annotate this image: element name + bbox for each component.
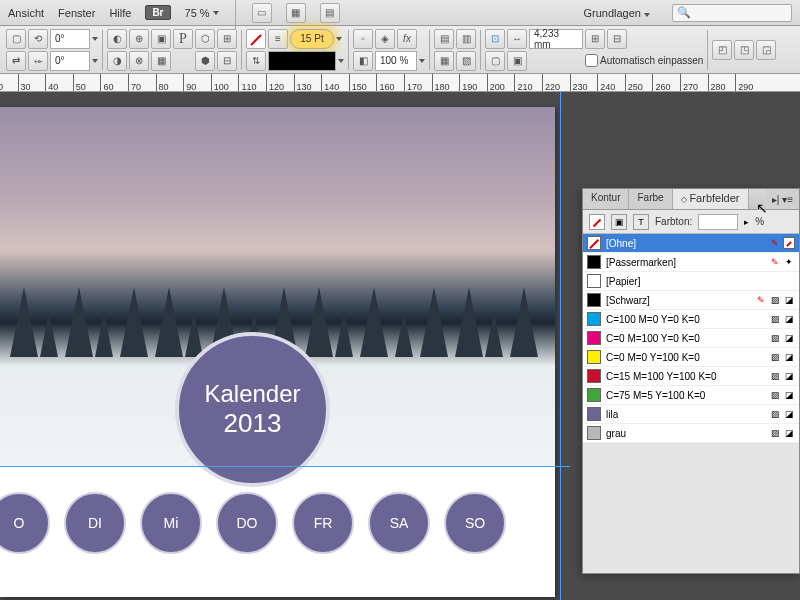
stroke-weight-icon[interactable]: ≡ xyxy=(268,29,288,49)
swatch-name: C=75 M=5 Y=100 K=0 xyxy=(606,390,764,401)
menu-ansicht[interactable]: Ansicht xyxy=(8,7,44,19)
t7-icon[interactable]: ⬡ xyxy=(195,29,215,49)
swatch-chip xyxy=(587,293,601,307)
swatch-row[interactable]: [Passermarken]✎✦ xyxy=(583,253,799,272)
tab-farbe[interactable]: Farbe xyxy=(629,189,672,209)
swap-icon[interactable]: ⇅ xyxy=(246,51,266,71)
fill-stroke-icon[interactable] xyxy=(589,214,605,230)
angle2-field[interactable]: 0° xyxy=(50,51,90,71)
ref-point-icon[interactable]: ▢ xyxy=(6,29,26,49)
c1-icon[interactable]: ⊞ xyxy=(585,29,605,49)
day-row: ODIMiDOFRSASO xyxy=(0,492,506,554)
tab-farbfelder[interactable]: ◇ Farbfelder xyxy=(673,189,749,209)
search-input[interactable]: 🔍 xyxy=(672,4,792,22)
swatch-name: lila xyxy=(606,409,764,420)
t9-icon[interactable]: ⬢ xyxy=(195,51,215,71)
paragraph-icon[interactable]: P xyxy=(173,29,193,49)
guide-horizontal[interactable] xyxy=(0,466,570,467)
cmyk-icon: ◪ xyxy=(783,294,795,306)
menu-fenster[interactable]: Fenster xyxy=(58,7,95,19)
corner3-icon[interactable]: ◲ xyxy=(756,40,776,60)
fx2-icon[interactable]: ◈ xyxy=(375,29,395,49)
zoom-dropdown[interactable]: 75 % xyxy=(185,7,219,19)
crop-icon[interactable]: ⊡ xyxy=(485,29,505,49)
swatch-list[interactable]: [Ohne]✎[Passermarken]✎✦[Papier][Schwarz]… xyxy=(583,234,799,443)
swatch-row[interactable]: C=15 M=100 Y=100 K=0▨◪ xyxy=(583,367,799,386)
fit1-icon[interactable]: ▢ xyxy=(485,51,505,71)
fx1-icon[interactable]: ▫ xyxy=(353,29,373,49)
day-circle[interactable]: DO xyxy=(216,492,278,554)
flip-icon[interactable]: ⇄ xyxy=(6,51,26,71)
width-field[interactable]: 4,233 mm xyxy=(529,29,583,49)
document-page[interactable]: Kalender 2013 ODIMiDOFRSASO xyxy=(0,107,555,597)
day-circle[interactable]: SA xyxy=(368,492,430,554)
swatch-name: C=100 M=0 Y=0 K=0 xyxy=(606,314,764,325)
swatch-row[interactable]: [Schwarz]✎▨◪ xyxy=(583,291,799,310)
title-line2: 2013 xyxy=(224,408,282,439)
fill-none-icon[interactable] xyxy=(246,29,266,49)
workspace-dropdown[interactable]: Grundlagen xyxy=(583,7,650,19)
wrap4-icon[interactable]: ▧ xyxy=(456,51,476,71)
swatch-row[interactable]: C=100 M=0 Y=0 K=0▨◪ xyxy=(583,310,799,329)
t10-icon[interactable]: ⊟ xyxy=(217,51,237,71)
swatch-row[interactable]: grau▨◪ xyxy=(583,424,799,443)
view-options-icon[interactable]: ▦ xyxy=(286,3,306,23)
day-circle[interactable]: FR xyxy=(292,492,354,554)
t6-icon[interactable]: ▦ xyxy=(151,51,171,71)
autofit-checkbox[interactable] xyxy=(585,54,598,67)
corner1-icon[interactable]: ◰ xyxy=(712,40,732,60)
tint-field[interactable] xyxy=(698,214,738,230)
noedit-icon: ✎ xyxy=(769,256,781,268)
guide-vertical[interactable] xyxy=(560,92,561,600)
swatch-row[interactable]: C=0 M=100 Y=0 K=0▨◪ xyxy=(583,329,799,348)
container-icon[interactable]: ▣ xyxy=(611,214,627,230)
bridge-button[interactable]: Br xyxy=(145,5,170,20)
t3-icon[interactable]: ▣ xyxy=(151,29,171,49)
opacity-field[interactable]: 100 % xyxy=(375,51,417,71)
corner2-icon[interactable]: ◳ xyxy=(734,40,754,60)
wrap2-icon[interactable]: ▥ xyxy=(456,29,476,49)
tab-kontur[interactable]: Kontur xyxy=(583,189,629,209)
title-circle[interactable]: Kalender 2013 xyxy=(175,332,330,487)
none-icon xyxy=(783,237,795,249)
wrap3-icon[interactable]: ▦ xyxy=(434,51,454,71)
day-circle[interactable]: SO xyxy=(444,492,506,554)
fx-icon[interactable]: fx xyxy=(397,29,417,49)
t1-icon[interactable]: ◐ xyxy=(107,29,127,49)
day-circle[interactable]: O xyxy=(0,492,50,554)
t4-icon[interactable]: ◑ xyxy=(107,51,127,71)
screen-mode-icon[interactable]: ▭ xyxy=(252,3,272,23)
rotate-icon[interactable]: ⟲ xyxy=(28,29,48,49)
swatch-row[interactable]: [Papier] xyxy=(583,272,799,291)
horizontal-ruler[interactable]: 2030405060708090100110120130140150160170… xyxy=(0,74,800,92)
t2-icon[interactable]: ⊕ xyxy=(129,29,149,49)
tint-label: Farbton: xyxy=(655,216,692,227)
t8-icon[interactable]: ⊞ xyxy=(217,29,237,49)
t5-icon[interactable]: ⊗ xyxy=(129,51,149,71)
wrap1-icon[interactable]: ▤ xyxy=(434,29,454,49)
text-icon[interactable]: T xyxy=(633,214,649,230)
swatch-row[interactable]: C=0 M=0 Y=100 K=0▨◪ xyxy=(583,348,799,367)
c2-icon[interactable]: ⊟ xyxy=(607,29,627,49)
shear-icon[interactable]: ⬰ xyxy=(28,51,48,71)
stroke-color-field[interactable] xyxy=(268,51,336,71)
menu-hilfe[interactable]: Hilfe xyxy=(109,7,131,19)
dim-icon[interactable]: ↔ xyxy=(507,29,527,49)
fit2-icon[interactable]: ▣ xyxy=(507,51,527,71)
swatch-row[interactable]: C=75 M=5 Y=100 K=0▨◪ xyxy=(583,386,799,405)
global-icon: ▨ xyxy=(769,389,781,401)
angle1-field[interactable]: 0° xyxy=(50,29,90,49)
registration-icon: ✦ xyxy=(783,256,795,268)
swatch-row[interactable]: [Ohne]✎ xyxy=(583,234,799,253)
day-circle[interactable]: Mi xyxy=(140,492,202,554)
arrange-icon[interactable]: ▤ xyxy=(320,3,340,23)
swatch-row[interactable]: lila▨◪ xyxy=(583,405,799,424)
panel-controls: ▣ T Farbton: ▸ % xyxy=(583,210,799,234)
opacity-icon[interactable]: ◧ xyxy=(353,51,373,71)
swatch-name: [Schwarz] xyxy=(606,295,750,306)
swatch-chip xyxy=(587,236,601,250)
day-circle[interactable]: DI xyxy=(64,492,126,554)
panel-menu-icon[interactable]: ▸| ▾≡ xyxy=(766,189,799,209)
global-icon: ▨ xyxy=(769,313,781,325)
stroke-pt-field[interactable]: 15 Pt xyxy=(290,29,334,49)
